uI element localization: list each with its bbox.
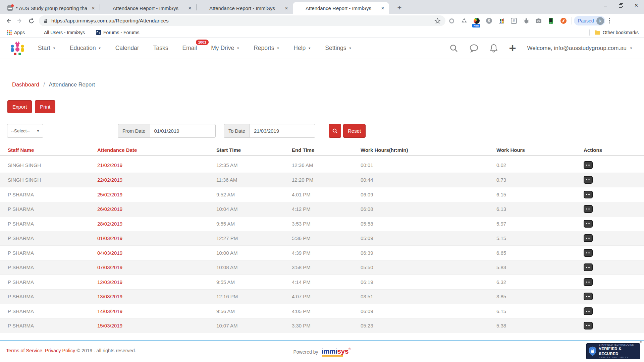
to-date-input[interactable] bbox=[250, 124, 315, 138]
row-actions-button[interactable] bbox=[584, 322, 593, 329]
cell-attendance-date[interactable]: 14/03/2019 bbox=[97, 308, 216, 314]
url-text[interactable]: https://app.immisys.com.au/Reporting/Att… bbox=[51, 18, 434, 24]
browser-tab-4-active[interactable]: Attendance Report - ImmiSys ✕ bbox=[293, 2, 389, 14]
forward-icon[interactable] bbox=[14, 15, 25, 26]
row-actions-button[interactable] bbox=[584, 263, 593, 271]
app-logo[interactable] bbox=[9, 40, 25, 57]
other-bookmarks[interactable]: Other bookmarks bbox=[589, 29, 639, 36]
cell-hours: 5.38 bbox=[496, 323, 584, 328]
cell-end-time: 12:36 AM bbox=[292, 162, 361, 168]
window-close-button[interactable]: ✕ bbox=[629, 0, 644, 11]
row-actions-button[interactable] bbox=[584, 234, 593, 242]
bookmark-forums[interactable]: Forums - Forums bbox=[94, 30, 139, 35]
from-date-input[interactable] bbox=[150, 124, 216, 138]
window-minimize-button[interactable]: – bbox=[598, 0, 613, 11]
bookmark-apps[interactable]: Apps bbox=[5, 30, 25, 35]
header-end-time[interactable]: End Time bbox=[292, 147, 361, 153]
tab-close-icon[interactable]: ✕ bbox=[283, 5, 289, 11]
cell-end-time: 4:39 PM bbox=[292, 250, 361, 256]
browser-tab-3[interactable]: Attendance Report - ImmiSys ✕ bbox=[197, 2, 293, 14]
extension-hashtag-icon[interactable]: # bbox=[507, 14, 520, 27]
bookmark-star-icon[interactable] bbox=[434, 18, 441, 24]
window-restore-button[interactable] bbox=[613, 0, 629, 11]
menu-start[interactable]: Start▼ bbox=[31, 45, 63, 52]
cell-duration: 06:19 bbox=[361, 279, 496, 285]
extension-bug-icon[interactable] bbox=[520, 14, 532, 27]
new-tab-button[interactable]: + bbox=[394, 3, 405, 12]
menu-tasks[interactable]: Tasks bbox=[146, 45, 175, 52]
export-button[interactable]: Export bbox=[7, 100, 32, 113]
menu-email[interactable]: Email1001 bbox=[175, 45, 204, 52]
cell-duration: 00:44 bbox=[361, 177, 496, 183]
header-attendance-date[interactable]: Attendance Date bbox=[97, 147, 216, 153]
search-icon[interactable] bbox=[449, 44, 458, 53]
header-work-hours[interactable]: Work Hours bbox=[496, 147, 584, 153]
extension-speedtest-icon[interactable]: New bbox=[470, 14, 483, 27]
profile-sync-chip[interactable]: Paused k bbox=[574, 16, 605, 25]
header-work-hours-hrmin[interactable]: Work Hours(hr:min) bbox=[361, 147, 496, 153]
attendance-table: Staff Name Attendance Date Start Time En… bbox=[0, 145, 644, 333]
extension-camera-icon[interactable] bbox=[532, 14, 545, 27]
cell-duration: 00:01 bbox=[361, 162, 496, 168]
menu-my-drive[interactable]: My Drive▼ bbox=[204, 45, 247, 52]
cell-attendance-date[interactable]: 04/03/2019 bbox=[97, 250, 216, 256]
extension-spreadsheet-icon[interactable] bbox=[495, 14, 507, 27]
welcome-label: Welcome, info@ausstudygroup.com.au bbox=[527, 45, 627, 52]
menu-reports[interactable]: Reports▼ bbox=[247, 45, 286, 52]
cell-attendance-date[interactable]: 21/02/2019 bbox=[97, 162, 216, 168]
breadcrumb-dashboard-link[interactable]: Dashboard bbox=[12, 81, 39, 87]
staff-select[interactable]: --Select-- ▼ bbox=[7, 124, 43, 138]
account-menu[interactable]: Welcome, info@ausstudygroup.com.au ▼ bbox=[527, 45, 633, 52]
cell-attendance-date[interactable]: 28/02/2019 bbox=[97, 221, 216, 227]
browser-tab-strip: * AUS Study group reporting tha ✕ Attend… bbox=[0, 0, 644, 14]
extension-phone-icon[interactable] bbox=[545, 14, 557, 27]
header-start-time[interactable]: Start Time bbox=[216, 147, 292, 153]
menu-education[interactable]: Education▼ bbox=[63, 45, 108, 52]
cell-attendance-date[interactable]: 26/02/2019 bbox=[97, 206, 216, 212]
chat-icon[interactable] bbox=[469, 44, 479, 53]
cell-attendance-date[interactable]: 15/03/2019 bbox=[97, 323, 216, 328]
row-actions-button[interactable] bbox=[584, 176, 593, 184]
search-button[interactable] bbox=[329, 124, 341, 138]
print-button[interactable]: Print bbox=[35, 100, 55, 113]
back-icon[interactable] bbox=[3, 15, 14, 26]
row-actions-button[interactable] bbox=[584, 220, 593, 228]
header-staff-name[interactable]: Staff Name bbox=[8, 147, 97, 153]
menu-settings[interactable]: Settings▼ bbox=[318, 45, 359, 52]
row-actions-button[interactable] bbox=[584, 293, 593, 300]
row-actions-button[interactable] bbox=[584, 307, 593, 315]
extension-skype-icon[interactable]: S bbox=[483, 14, 495, 27]
cell-attendance-date[interactable]: 12/03/2019 bbox=[97, 279, 216, 285]
browser-menu-icon[interactable] bbox=[605, 15, 614, 26]
extension-recycle-icon[interactable] bbox=[458, 14, 470, 27]
reset-button[interactable]: Reset bbox=[343, 124, 366, 138]
row-actions-button[interactable] bbox=[584, 191, 593, 198]
cell-attendance-date[interactable]: 01/03/2019 bbox=[97, 235, 216, 241]
browser-tab-1[interactable]: * AUS Study group reporting tha ✕ bbox=[3, 2, 100, 14]
extension-feather-icon[interactable] bbox=[557, 14, 570, 27]
tab-close-icon[interactable]: ✕ bbox=[187, 5, 193, 11]
refresh-icon[interactable] bbox=[25, 15, 37, 26]
tab-close-icon[interactable]: ✕ bbox=[380, 5, 386, 11]
address-bar[interactable]: https://app.immisys.com.au/Reporting/Att… bbox=[39, 15, 445, 26]
cell-attendance-date[interactable]: 07/03/2019 bbox=[97, 264, 216, 270]
extension-circle-icon[interactable] bbox=[445, 14, 458, 27]
menu-calendar[interactable]: Calendar bbox=[108, 45, 146, 52]
tab-close-icon[interactable]: ✕ bbox=[90, 5, 96, 11]
cell-staff-name: SINGH SINGH bbox=[8, 177, 97, 183]
browser-tab-2[interactable]: Attendance Report - ImmiSys ✕ bbox=[100, 2, 196, 14]
row-actions-button[interactable] bbox=[584, 161, 593, 169]
row-actions-button[interactable] bbox=[584, 205, 593, 213]
cell-attendance-date[interactable]: 13/03/2019 bbox=[97, 294, 216, 299]
cell-attendance-date[interactable]: 25/02/2019 bbox=[97, 192, 216, 197]
row-actions-button[interactable] bbox=[584, 249, 593, 257]
menu-help[interactable]: Help▼ bbox=[286, 45, 318, 52]
cell-end-time: 4:07 PM bbox=[292, 294, 361, 299]
verified-secured-badge[interactable]: STARFIELD TECHNOLOGIES VERIFIED & SECURE… bbox=[586, 343, 640, 359]
bookmark-all-users[interactable]: All Users - ImmiSys bbox=[34, 30, 85, 35]
notifications-bell-icon[interactable] bbox=[490, 44, 498, 53]
quick-add-icon[interactable]: + bbox=[509, 44, 516, 52]
cell-attendance-date[interactable]: 22/02/2019 bbox=[97, 177, 216, 183]
profile-avatar[interactable]: k bbox=[596, 17, 604, 25]
row-actions-button[interactable] bbox=[584, 278, 593, 286]
